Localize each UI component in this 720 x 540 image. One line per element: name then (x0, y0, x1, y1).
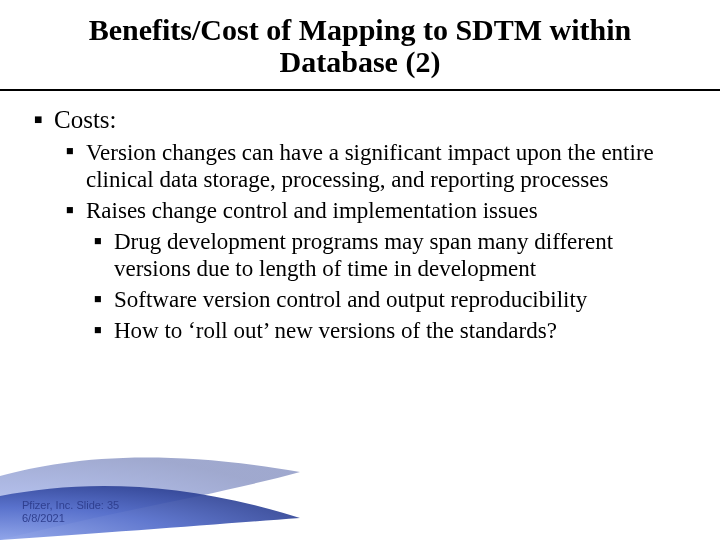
list-item: ■ Raises change control and implementati… (66, 197, 686, 224)
square-bullet-icon: ■ (94, 228, 114, 248)
list-item-text: Version changes can have a significant i… (86, 139, 686, 193)
footer-company-slide: Pfizer, Inc. Slide: 35 (22, 499, 119, 513)
slide-title: Benefits/Cost of Mapping to SDTM within … (0, 0, 720, 85)
square-bullet-icon: ■ (94, 286, 114, 306)
section-heading: ■ Costs: (34, 105, 686, 135)
list-item: ■ Software version control and output re… (94, 286, 686, 313)
footer-date: 6/8/2021 (22, 512, 119, 526)
list-item-text: How to ‘roll out’ new versions of the st… (114, 317, 686, 344)
list-item-text: Raises change control and implementation… (86, 197, 686, 224)
square-bullet-icon: ■ (94, 317, 114, 337)
slide-body: ■ Costs: ■ Version changes can have a si… (0, 91, 720, 344)
list-item: ■ Version changes can have a significant… (66, 139, 686, 193)
square-bullet-icon: ■ (66, 139, 86, 159)
list-item-text: Software version control and output repr… (114, 286, 686, 313)
section-heading-text: Costs: (54, 105, 686, 135)
list-item: ■ How to ‘roll out’ new versions of the … (94, 317, 686, 344)
square-bullet-icon: ■ (34, 105, 54, 126)
list-item: ■ Drug development programs may span man… (94, 228, 686, 282)
slide-footer: Pfizer, Inc. Slide: 35 6/8/2021 (22, 499, 119, 527)
square-bullet-icon: ■ (66, 197, 86, 217)
slide: Benefits/Cost of Mapping to SDTM within … (0, 0, 720, 540)
list-item-text: Drug development programs may span many … (114, 228, 686, 282)
